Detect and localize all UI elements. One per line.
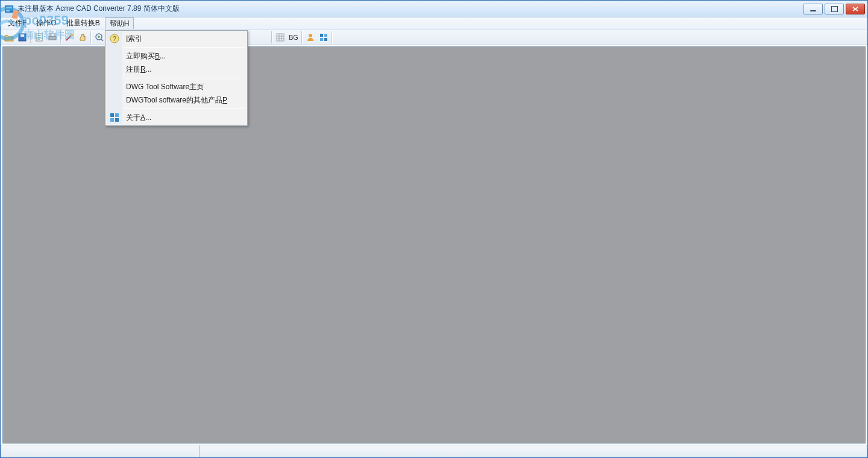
print-icon[interactable]: [46, 31, 59, 44]
window-title: 未注册版本 Acme CAD Converter 7.89 简体中文版: [17, 4, 180, 14]
window-buttons: [804, 4, 867, 14]
toolbar-separator: [332, 31, 333, 43]
minimize-button[interactable]: [804, 4, 823, 14]
menu-item-homepage[interactable]: DWG Tool Software主页: [107, 80, 246, 93]
menu-batch[interactable]: 批量转换B: [61, 17, 105, 29]
svg-rect-17: [324, 34, 327, 37]
zoom-plus-icon[interactable]: [93, 31, 106, 44]
svg-rect-10: [49, 36, 56, 40]
menu-item-about[interactable]: 关于A...: [107, 111, 246, 124]
svg-rect-8: [20, 34, 24, 37]
svg-rect-24: [110, 118, 114, 122]
about-icon: [110, 113, 119, 122]
status-bar: [1, 445, 867, 457]
svg-rect-5: [6, 7, 12, 8]
svg-point-15: [309, 34, 312, 37]
close-button[interactable]: [846, 4, 865, 14]
svg-rect-18: [320, 38, 323, 41]
svg-rect-6: [6, 10, 10, 11]
svg-rect-22: [110, 113, 114, 117]
svg-text:?: ?: [113, 36, 116, 42]
menu-separator: [124, 47, 245, 48]
wand-icon[interactable]: [63, 31, 76, 44]
toolbar-separator: [30, 31, 31, 43]
person-icon[interactable]: [304, 31, 317, 44]
menu-file[interactable]: 文件F: [3, 17, 31, 29]
status-segment: [200, 445, 867, 457]
toolbar-separator: [60, 31, 61, 43]
svg-rect-11: [50, 34, 55, 36]
toolbar-separator: [301, 31, 303, 43]
svg-rect-14: [277, 34, 284, 41]
open-icon[interactable]: [2, 31, 16, 44]
menu-item-buy-now[interactable]: 立即购买B...: [107, 49, 246, 63]
save-blue-icon[interactable]: [16, 31, 29, 44]
print-doc-icon[interactable]: [33, 31, 46, 44]
menu-separator: [124, 78, 245, 78]
menubar: 文件F 操作O 批量转换B 帮助H: [1, 17, 867, 30]
window-frame: pc0359 南山软件园 未注册版本 Acme CAD Converter 7.…: [0, 0, 868, 458]
app-icon: [4, 4, 14, 14]
status-segment: [1, 445, 200, 457]
hand-icon[interactable]: [76, 31, 89, 44]
menu-operate[interactable]: 操作O: [31, 17, 61, 29]
about-toolbar-icon[interactable]: [317, 31, 330, 44]
toolbar-separator: [90, 31, 92, 43]
svg-rect-4: [5, 5, 13, 13]
help-dropdown: ? I索引 立即购买B... 注册R... DWG Tool Software主…: [105, 30, 248, 126]
menu-help[interactable]: 帮助H: [105, 17, 134, 29]
menu-item-register[interactable]: 注册R...: [107, 63, 246, 76]
menu-item-other-products[interactable]: DWGTool software的其他产品P: [107, 93, 246, 107]
svg-rect-25: [115, 118, 119, 122]
menu-item-index[interactable]: ? I索引: [107, 32, 246, 45]
menu-separator: [124, 108, 245, 109]
maximize-button[interactable]: [825, 4, 844, 14]
toolbar-separator: [271, 31, 272, 43]
svg-rect-23: [115, 113, 119, 117]
bg-label[interactable]: BG: [287, 34, 300, 41]
svg-point-12: [71, 34, 73, 36]
svg-rect-19: [324, 38, 327, 41]
grid-icon[interactable]: [274, 31, 287, 44]
help-icon: ?: [110, 34, 119, 43]
title-bar: 未注册版本 Acme CAD Converter 7.89 简体中文版: [1, 1, 867, 17]
svg-rect-16: [320, 34, 323, 37]
